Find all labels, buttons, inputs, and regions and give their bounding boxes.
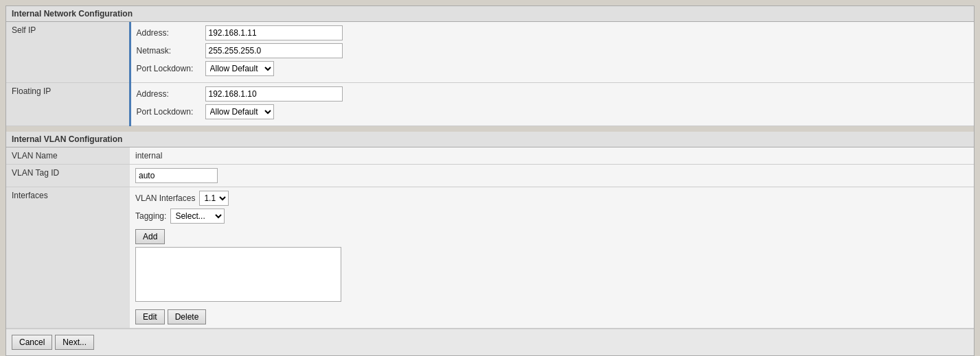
internal-network-title: Internal Network Configuration — [12, 9, 133, 19]
internal-network-table: Self IP Address: Netmask: Port Lockdown: — [6, 22, 974, 126]
interfaces-row: Interfaces VLAN Interfaces 1.1 1.2 1.3 — [6, 187, 974, 329]
self-ip-address-input[interactable] — [205, 25, 343, 40]
vlan-tag-label-cell: VLAN Tag ID — [6, 165, 130, 187]
port-lockdown-group: Port Lockdown: Allow Default Allow All A… — [137, 61, 969, 76]
internal-vlan-table: VLAN Name internal VLAN Tag ID Interface… — [6, 147, 974, 329]
cancel-button[interactable]: Cancel — [12, 335, 52, 350]
address-label: Address: — [137, 28, 205, 38]
self-ip-port-lockdown-select[interactable]: Allow Default Allow All Allow None Allow… — [205, 61, 274, 76]
floating-address-label: Address: — [137, 89, 205, 99]
footer-buttons: Cancel Next... — [6, 329, 974, 355]
interfaces-controls: VLAN Interfaces 1.1 1.2 1.3 Tagging: Sel… — [135, 191, 968, 324]
internal-vlan-section: Internal VLAN Configuration VLAN Name in… — [6, 132, 974, 329]
vlan-tag-label: VLAN Tag ID — [12, 168, 59, 178]
delete-button[interactable]: Delete — [168, 309, 207, 324]
vlan-interfaces-row: VLAN Interfaces 1.1 1.2 1.3 — [135, 191, 968, 206]
floating-port-lockdown-group: Port Lockdown: Allow Default Allow All A… — [137, 104, 969, 119]
vlan-interfaces-label: VLAN Interfaces — [135, 193, 195, 203]
floating-ip-row: Floating IP Address: Port Lockdown: Allo… — [6, 83, 974, 126]
internal-vlan-header: Internal VLAN Configuration — [6, 132, 974, 147]
add-button[interactable]: Add — [135, 229, 165, 244]
self-ip-label: Self IP — [6, 22, 130, 83]
tagging-row: Tagging: Select... Tagged Untagged — [135, 209, 968, 224]
netmask-label: Netmask: — [137, 46, 205, 56]
internal-vlan-title: Internal VLAN Configuration — [12, 134, 122, 144]
interfaces-list-container — [135, 247, 968, 304]
next-button[interactable]: Next... — [55, 335, 94, 350]
internal-network-header: Internal Network Configuration — [6, 6, 974, 22]
vlan-name-row: VLAN Name internal — [6, 147, 974, 165]
vlan-name-value: internal — [135, 151, 162, 161]
floating-port-lockdown-label: Port Lockdown: — [137, 107, 205, 117]
floating-ip-label: Floating IP — [6, 83, 130, 126]
self-ip-netmask-input[interactable] — [205, 43, 343, 58]
vlan-name-value-cell: internal — [130, 147, 974, 165]
floating-ip-address-input[interactable] — [205, 86, 343, 102]
vlan-name-label-cell: VLAN Name — [6, 147, 130, 165]
section-separator — [6, 126, 974, 132]
netmask-group: Netmask: — [137, 43, 969, 58]
internal-network-section: Internal Network Configuration Self IP A… — [6, 6, 974, 126]
address-group: Address: — [137, 25, 969, 40]
vlan-name-label: VLAN Name — [12, 151, 58, 161]
edit-delete-button-row: Edit Delete — [135, 309, 968, 324]
add-button-row: Add — [135, 229, 968, 244]
interfaces-label-cell: Interfaces — [6, 187, 130, 329]
vlan-tag-row: VLAN Tag ID — [6, 165, 974, 187]
vlan-interfaces-select[interactable]: 1.1 1.2 1.3 — [199, 191, 229, 206]
tagging-label: Tagging: — [135, 211, 166, 221]
vlan-tag-input[interactable] — [135, 168, 218, 183]
floating-ip-values: Address: Port Lockdown: Allow Default Al… — [130, 83, 974, 126]
tagging-select[interactable]: Select... Tagged Untagged — [170, 209, 225, 224]
port-lockdown-label: Port Lockdown: — [137, 64, 205, 73]
self-ip-values: Address: Netmask: Port Lockdown: Allow D… — [130, 22, 974, 83]
interfaces-value-cell: VLAN Interfaces 1.1 1.2 1.3 Tagging: Sel… — [130, 187, 974, 329]
main-container: Internal Network Configuration Self IP A… — [5, 5, 975, 356]
floating-address-group: Address: — [137, 86, 969, 102]
vlan-tag-value-cell — [130, 165, 974, 187]
self-ip-row: Self IP Address: Netmask: Port Lockdown: — [6, 22, 974, 83]
interfaces-list[interactable] — [135, 247, 341, 302]
edit-button[interactable]: Edit — [135, 309, 165, 324]
interfaces-label: Interfaces — [12, 191, 48, 200]
floating-ip-port-lockdown-select[interactable]: Allow Default Allow All Allow None Allow… — [205, 104, 274, 119]
